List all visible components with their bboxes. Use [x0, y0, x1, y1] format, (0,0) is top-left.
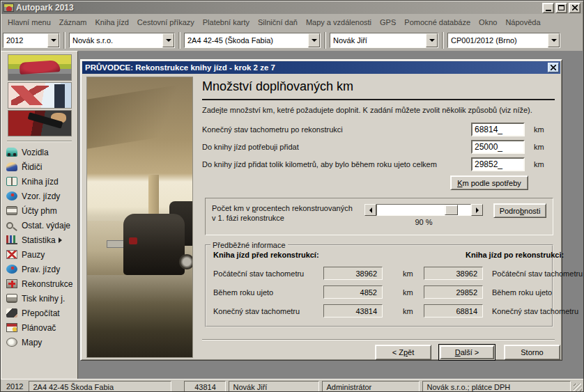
maximize-button[interactable]: [555, 3, 567, 13]
menu-silnicni-dan[interactable]: Silniční daň: [254, 16, 302, 29]
details-button[interactable]: Podrobnosti: [493, 203, 546, 218]
wizard-step-subtitle: Zadejte množství km, ketré požadujete do…: [202, 106, 532, 114]
status-company: Novák s.r.o.; plátce DPH: [422, 381, 571, 392]
vehicle-combo-dropdown-button[interactable]: [308, 33, 320, 47]
status-year: 2012: [2, 381, 26, 392]
sidebar-item-label: Statistika: [22, 235, 56, 245]
menu-pomocne-databaze[interactable]: Pomocné databáze: [400, 16, 475, 29]
percentage-panel: Počet km v procentech rekonstruovaných v…: [205, 198, 553, 235]
after-header: Kniha jízd po rekonstrukci:: [466, 251, 564, 259]
driver-icon: [6, 162, 17, 171]
after-end-odometer-value: 68814: [424, 304, 483, 317]
dialog-close-button[interactable]: [548, 63, 559, 72]
toolbar-separator: [63, 32, 66, 49]
status-vehicle: 2A4 42-45 Škoda Fabia: [29, 381, 171, 392]
rules-icon: [6, 265, 17, 274]
odometer-after-input[interactable]: [471, 123, 525, 136]
heading-underline: [202, 99, 555, 100]
menu-hlavni-menu[interactable]: Hlavní menu: [3, 16, 55, 29]
menu-okno[interactable]: Okno: [475, 16, 501, 29]
sidebar-item-tisk-knihy[interactable]: Tisk knihy j.: [1, 291, 77, 306]
status-odometer: 43814: [184, 381, 226, 392]
sidebar-item-label: Tisk knihy j.: [22, 294, 65, 304]
resize-grip[interactable]: [574, 384, 582, 392]
driver-combo-dropdown-button[interactable]: [426, 33, 438, 47]
wizard-garage-image: [86, 77, 193, 358]
row-end-odometer-label-after: Konečný stav tachometru: [492, 307, 578, 315]
menu-napoveda[interactable]: Nápověda: [501, 16, 544, 29]
wizard-step-heading: Množství doplňovaných km: [202, 79, 353, 94]
sidebar-item-planovac[interactable]: Plánovač: [1, 320, 77, 335]
row-driven-label: Během roku ujeto: [213, 288, 273, 297]
trip-order-combo-dropdown-button[interactable]: [548, 33, 560, 47]
year-combo-value: 2012: [3, 33, 47, 47]
garage-beam-shadow: [86, 77, 193, 152]
menu-zaznam[interactable]: Záznam: [55, 16, 91, 29]
before-end-odometer-value: 43814: [323, 304, 383, 317]
trip-order-combo-value: CP001/2012 (Brno): [448, 33, 548, 47]
sidebar-item-vzor-jizdy[interactable]: Vzor. jízdy: [1, 189, 77, 203]
trip-order-combo[interactable]: CP001/2012 (Brno): [447, 33, 560, 48]
garage-pillar: [148, 175, 159, 215]
toolbar-separator: [178, 32, 180, 49]
sidebar-item-label: Ostat. výdaje: [22, 221, 70, 230]
row-start-odometer-label-after: Počáteční stav tachometru: [492, 269, 583, 278]
globe-icon: [6, 338, 17, 347]
sidebar-item-statistika[interactable]: Statistika: [1, 233, 77, 247]
percentage-scrollbar[interactable]: [364, 204, 483, 216]
next-button[interactable]: Další >: [438, 344, 495, 361]
sidebar-item-vozidla[interactable]: Vozidla: [1, 145, 77, 159]
odometer-after-unit: km: [534, 125, 544, 134]
preliminary-info-title: Předběžné informace: [210, 241, 288, 249]
company-combo[interactable]: Novák s.r.o.: [69, 33, 175, 48]
submenu-arrow-icon: [59, 237, 62, 243]
scrollbar-track[interactable]: [376, 204, 471, 216]
bar-chart-icon: [6, 235, 17, 244]
back-button[interactable]: < Zpět: [375, 345, 431, 360]
arrow-left-icon: [369, 207, 372, 213]
km-by-consumption-button[interactable]: Km podle spotřeby: [450, 175, 528, 190]
wizard-dialog: PRŮVODCE: Rekonstrukce knihy jízd - krok…: [80, 59, 562, 361]
driver-combo[interactable]: Novák Jiří: [330, 33, 438, 48]
sidebar-item-label: Vzor. jízdy: [22, 191, 60, 201]
km-to-add-input[interactable]: [471, 140, 525, 154]
sidebar-item-mapy[interactable]: Mapy: [1, 335, 77, 350]
menu-mapy-a-vzdalenosti[interactable]: Mapy a vzdálenosti: [302, 16, 376, 29]
pause-icon: [6, 250, 17, 259]
dialog-title-bar: PRŮVODCE: Rekonstrukce knihy jízd - krok…: [82, 61, 560, 74]
sidebar-item-kniha-jizd[interactable]: Kniha jízd: [1, 174, 77, 189]
sidebar-item-ostat-vydaje[interactable]: Ostat. výdaje: [1, 218, 77, 233]
before-driven-value: 4852: [323, 285, 383, 299]
sidebar-item-label: Plánovač: [22, 323, 56, 333]
sidebar-item-pauzy[interactable]: Pauzy: [1, 247, 77, 262]
menu-gps[interactable]: GPS: [376, 16, 400, 29]
sidebar-item-ridici[interactable]: Řidiči: [1, 159, 77, 174]
sidebar-item-prepocitat[interactable]: Přepočítat: [1, 306, 77, 320]
scrollbar-right-button[interactable]: [471, 204, 483, 216]
chevron-down-icon: [429, 39, 435, 42]
row-driven-label-after: Během roku ujeto: [492, 288, 552, 297]
company-combo-dropdown-button[interactable]: [162, 33, 174, 47]
sidebar-item-ucty-phm[interactable]: Účty phm: [1, 203, 77, 218]
scrollbar-thumb[interactable]: [445, 205, 458, 215]
year-combo-dropdown-button[interactable]: [47, 33, 59, 47]
cancel-button[interactable]: Storno: [504, 345, 560, 360]
button-separator: [202, 339, 555, 340]
close-button[interactable]: [569, 3, 581, 13]
vehicle-combo[interactable]: 2A4 42-45 (Škoda Fabia): [184, 33, 321, 48]
sidebar-item-prav-jizdy[interactable]: Prav. jízdy: [1, 262, 77, 276]
menu-kniha-jizd[interactable]: Kniha jízd: [91, 16, 133, 29]
magnifier-icon: [6, 222, 13, 229]
km-total-year-input[interactable]: [471, 157, 525, 171]
sidebar-item-label: Řidiči: [22, 162, 42, 172]
row-end-odometer-unit: km: [403, 307, 413, 315]
menu-cestovni-prikazy[interactable]: Cestovní příkazy: [133, 16, 199, 29]
toolbar-separator: [324, 32, 326, 49]
sidebar-item-rekonstrukce[interactable]: Rekonstrukce: [1, 276, 77, 291]
minimize-button[interactable]: [542, 3, 554, 13]
scrollbar-left-button[interactable]: [364, 204, 376, 216]
year-combo[interactable]: 2012: [3, 33, 60, 48]
chevron-down-icon: [51, 39, 56, 42]
sidebar-item-label: Kniha jízd: [22, 177, 59, 187]
menu-platebni-karty[interactable]: Platební karty: [199, 16, 254, 29]
